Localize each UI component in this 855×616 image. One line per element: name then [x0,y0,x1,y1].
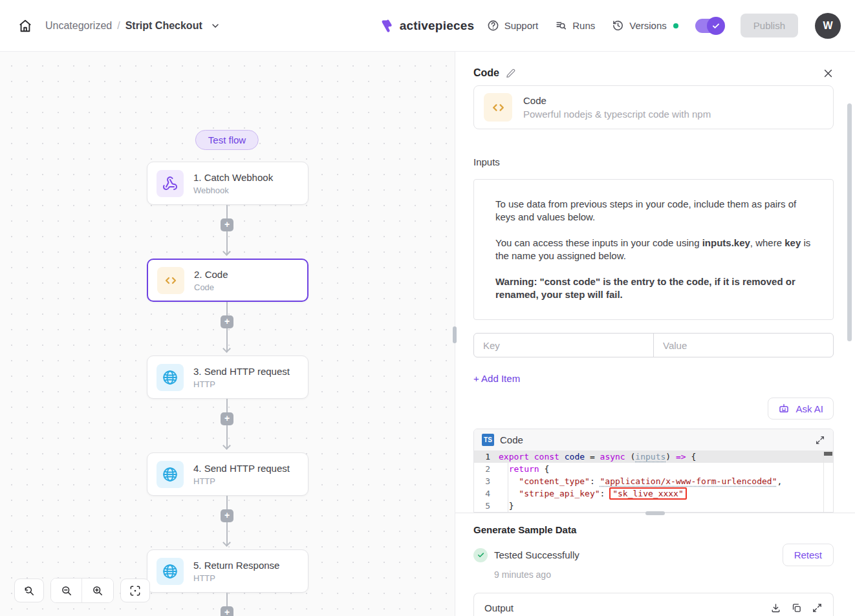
node-text: 3. Send HTTP request HTTP [193,366,290,389]
check-icon [711,21,720,30]
ask-ai-row: Ask AI [473,398,834,420]
panel-scrollbar-thumb[interactable] [847,103,852,341]
ask-ai-button[interactable]: Ask AI [768,398,834,420]
retest-button[interactable]: Retest [783,544,834,566]
globe-icon [157,364,184,391]
code-editor-title: Code [500,434,523,445]
node-text: 2. Code Code [194,269,228,292]
add-step-button[interactable]: + [221,315,233,328]
add-step-button[interactable]: + [221,509,233,522]
versions-button[interactable]: Versions [612,19,678,32]
activepieces-logo-icon [381,19,395,32]
flow-enabled-toggle[interactable] [695,19,724,33]
code-editor-header: TS Code [474,429,833,451]
code-line[interactable]: 3 "content_type": "application/x-www-for… [474,475,833,487]
flow-node-send-http-2[interactable]: 4. Send HTTP request HTTP [147,452,308,496]
zoom-reset-icon [23,584,36,597]
inputs-info-box: To use data from previous steps in your … [473,179,834,320]
panel-resize-handle[interactable] [453,326,457,343]
flow-node-catch-webhook[interactable]: 1. Catch Webhook Webhook [147,162,308,205]
node-title: 5. Return Response [193,560,279,571]
zoom-out-icon [60,584,73,597]
help-circle-icon [487,19,499,32]
flow-node-return-response[interactable]: 5. Return Response HTTP [147,549,308,593]
activepieces-logo: activepieces [381,19,474,33]
runs-label: Runs [572,20,595,31]
fit-to-view-button[interactable] [120,579,150,602]
support-button[interactable]: Support [487,19,539,32]
breadcrumb-flow-name[interactable]: Stript Checkout [125,20,202,32]
code-editor-lines: 1export const code = async (inputs) => {… [474,451,833,512]
flow-node-send-http-1[interactable]: 3. Send HTTP request HTTP [147,356,308,399]
success-check-icon [473,548,488,562]
add-step-button[interactable]: + [221,606,233,616]
copy-icon[interactable] [791,602,802,613]
globe-icon [157,461,184,488]
node-text: 4. Send HTTP request HTTP [193,463,290,486]
expand-icon[interactable] [815,435,825,445]
globe-icon [157,558,184,585]
inputs-heading: Inputs [473,156,834,167]
code-line[interactable]: 5 } [474,500,833,512]
node-title: 4. Send HTTP request [193,463,290,474]
zoom-out-button[interactable] [51,579,82,602]
editor-scrollbar-thumb[interactable] [824,452,832,456]
reset-zoom-button[interactable] [14,579,44,602]
top-bar-actions: Support Runs Versions Publish W [487,13,841,39]
code-line[interactable]: 1export const code = async (inputs) => { [474,451,833,463]
add-step-button[interactable]: + [221,412,233,425]
node-title: 3. Send HTTP request [193,366,290,377]
node-subtitle: HTTP [193,573,279,583]
edit-name-icon[interactable] [506,69,515,78]
webhook-icon [157,170,184,197]
section-divider [455,513,855,513]
section-drag-handle[interactable] [645,511,665,515]
connector-arrow [222,441,231,450]
test-timestamp: 9 minutes ago [494,569,834,580]
breadcrumb-category[interactable]: Uncategorized [45,20,112,32]
zoom-in-button[interactable] [82,579,113,602]
runs-button[interactable]: Runs [555,19,595,32]
canvas-toolbar [14,578,150,603]
breadcrumb-separator: / [117,20,120,32]
info-paragraph-1: To use data from previous steps in your … [495,198,812,224]
step-info-title: Code [523,95,711,106]
breadcrumb: Uncategorized / Stript Checkout [45,20,221,32]
value-input[interactable] [654,334,833,357]
code-line[interactable]: 4 "stripe_api_key": "sk_live_xxxx" [474,487,833,500]
code-editor-body[interactable]: 1export const code = async (inputs) => {… [474,451,833,512]
runs-icon [555,19,567,32]
connector-arrow [222,248,231,256]
versions-label: Versions [629,20,667,31]
node-title: 2. Code [194,269,228,280]
history-icon [612,19,624,32]
output-card: Output object {2} [473,593,834,616]
key-input[interactable] [474,334,653,357]
output-title: Output [484,602,514,613]
panel-header: Code [473,67,834,79]
node-subtitle: HTTP [193,476,290,486]
node-title: 1. Catch Webhook [193,172,273,183]
publish-button[interactable]: Publish [741,14,798,37]
flow-canvas[interactable]: Test flow 1. Catch Webhook Webhook + 2. … [0,52,455,616]
indent-guide [508,463,508,512]
user-avatar[interactable]: W [815,13,841,39]
test-flow-button[interactable]: Test flow [195,130,259,150]
expand-icon[interactable] [812,602,823,613]
ask-ai-label: Ask AI [795,403,823,414]
flow-node-code[interactable]: 2. Code Code [147,259,308,302]
generate-sample-data-heading: Generate Sample Data [473,524,834,535]
add-item-link[interactable]: + Add Item [473,373,520,384]
support-label: Support [504,20,539,31]
node-subtitle: Webhook [193,186,273,195]
add-step-button[interactable]: + [221,218,233,231]
connector-arrow [222,538,231,547]
panel-title: Code [473,67,499,79]
output-actions [770,602,823,613]
home-icon[interactable] [14,15,36,37]
close-icon[interactable] [823,68,834,79]
chevron-down-icon[interactable] [210,21,221,31]
download-icon[interactable] [770,602,781,613]
code-line[interactable]: 2 return { [474,463,833,475]
info-warning: Warning: "const code" is the entry to th… [495,275,812,301]
